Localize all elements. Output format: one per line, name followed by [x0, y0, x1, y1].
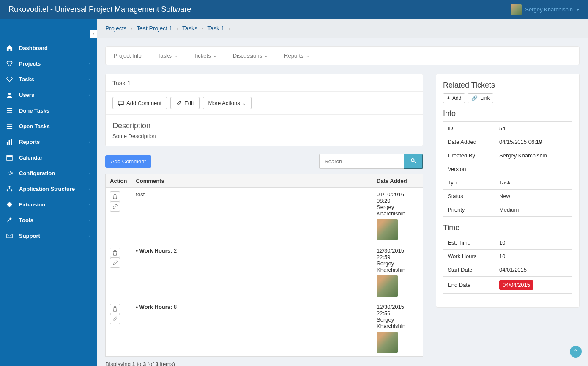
info-key: Priority	[443, 203, 495, 217]
edit-button[interactable]	[110, 201, 120, 212]
more-actions-button[interactable]: More Actions⌄	[203, 97, 252, 109]
chevron-left-icon: ‹	[89, 202, 90, 207]
envelope-icon	[6, 233, 16, 239]
sidebar-item-support[interactable]: Support‹	[0, 228, 97, 244]
time-title: Time	[443, 223, 572, 232]
comments-table: Action Comments Date Added test 01/10/20…	[105, 174, 423, 357]
breadcrumb-link[interactable]: Tasks	[182, 25, 197, 32]
sidebar-item-tasks[interactable]: Tasks‹	[0, 72, 97, 87]
gear-icon	[6, 170, 16, 176]
app-title: Rukovoditel - Universal Project Manageme…	[8, 5, 191, 14]
related-link-button[interactable]: 🔗 Link	[468, 93, 493, 103]
breadcrumb-link[interactable]: Projects	[105, 25, 127, 32]
breadcrumb-link[interactable]: Task 1	[207, 25, 224, 32]
time-value: 10	[495, 236, 572, 250]
description-text: Some Description	[112, 133, 416, 139]
tab-project-info[interactable]: Project Info	[112, 47, 143, 65]
pager: Displaying 1 to 3 (of 3 items)	[105, 361, 423, 366]
sidebar-item-dashboard[interactable]: Dashboard	[0, 40, 97, 56]
sidebar-item-users[interactable]: Users‹	[0, 87, 97, 103]
chevron-left-icon: ‹	[89, 234, 90, 238]
delete-button[interactable]	[110, 248, 120, 258]
info-key: Created By	[443, 149, 495, 162]
breadcrumb-link[interactable]: Test Project 1	[137, 25, 172, 32]
table-row: • Work Hours: 2 12/30/2015 22:59Sergey K…	[106, 244, 423, 300]
table-row: Version	[443, 162, 572, 176]
time-key: Est. Time	[443, 236, 495, 250]
chevron-down-icon: ⌄	[174, 54, 178, 58]
avatar	[511, 4, 522, 15]
sidebar-item-extension[interactable]: Extension‹	[0, 197, 97, 212]
home-icon	[6, 45, 16, 51]
table-row: StatusNew	[443, 190, 572, 203]
task-panel: Task 1 Add Comment Edit More Actions⌄ De…	[105, 74, 423, 146]
search-button[interactable]	[404, 154, 423, 169]
tab-nav: Project Info Tasks⌄ Tickets⌄ Discussions…	[105, 46, 580, 65]
delete-button[interactable]	[110, 304, 120, 314]
task-title: Task 1	[106, 74, 423, 92]
search-icon	[410, 158, 416, 164]
info-key: ID	[443, 122, 495, 135]
user-name: Sergey Kharchishin	[525, 6, 573, 13]
task-actions: Add Comment Edit More Actions⌄	[106, 92, 423, 115]
table-row: End Date04/04/2015	[443, 277, 572, 294]
diamond-icon	[6, 76, 16, 83]
add-comment-primary-button[interactable]: Add Comment	[105, 155, 151, 168]
calendar-icon	[6, 154, 16, 161]
sidebar-item-tools[interactable]: Tools‹	[0, 212, 97, 228]
user-menu[interactable]: Sergey Kharchishin	[511, 4, 580, 15]
date-cell: 12/30/2015 22:56Sergey Kharchishin	[372, 300, 423, 357]
edit-button[interactable]: Edit	[170, 97, 199, 109]
sidebar-item-calendar[interactable]: Calendar	[0, 150, 97, 165]
delete-button[interactable]	[110, 191, 120, 201]
sidebar-item-configuration[interactable]: Configuration‹	[0, 165, 97, 181]
info-title: Info	[443, 109, 572, 118]
sidebar-item-app-structure[interactable]: Application Structure‹	[0, 181, 97, 197]
diamond-icon	[6, 61, 16, 67]
info-key: Status	[443, 190, 495, 203]
search-input[interactable]	[319, 154, 404, 169]
tab-discussions[interactable]: Discussions⌄	[231, 47, 270, 65]
info-key: Type	[443, 176, 495, 190]
tab-reports[interactable]: Reports⌄	[282, 47, 311, 65]
related-add-button[interactable]: + Add	[443, 93, 465, 103]
chevron-up-icon: ⌃	[574, 349, 578, 355]
sidebar-collapse-button[interactable]: ‹	[90, 30, 97, 38]
tab-tasks[interactable]: Tasks⌄	[156, 47, 179, 65]
svg-rect-5	[7, 126, 12, 127]
description-heading: Description	[112, 121, 416, 130]
add-comment-button[interactable]: Add Comment	[112, 97, 167, 109]
edit-button[interactable]	[110, 258, 120, 268]
edit-button[interactable]	[110, 314, 120, 324]
search-form	[319, 154, 423, 169]
main-content: Projects› Test Project 1› Tasks› Task 1›…	[97, 19, 588, 366]
header: Rukovoditel - Universal Project Manageme…	[0, 0, 588, 19]
sitemap-icon	[6, 186, 16, 192]
link-icon: 🔗	[471, 95, 478, 101]
list-icon	[6, 123, 16, 129]
table-row: ID54	[443, 122, 572, 135]
svg-rect-11	[7, 156, 12, 157]
info-key: Date Added	[443, 135, 495, 149]
sidebar-item-open-tasks[interactable]: Open Tasks	[0, 118, 97, 134]
tab-tickets[interactable]: Tickets⌄	[192, 47, 219, 65]
svg-rect-2	[7, 110, 12, 111]
chevron-right-icon: ›	[229, 26, 230, 31]
avatar	[377, 275, 398, 297]
puzzle-icon	[6, 201, 16, 208]
sidebar-item-projects[interactable]: Projects‹	[0, 56, 97, 72]
chevron-left-icon: ‹	[89, 218, 90, 223]
scroll-top-button[interactable]: ⌃	[570, 346, 582, 358]
info-value: New	[495, 190, 572, 203]
user-icon	[6, 92, 16, 98]
info-value: Task	[495, 176, 572, 190]
breadcrumb: Projects› Test Project 1› Tasks› Task 1›	[97, 19, 588, 38]
time-value: 04/04/2015	[495, 277, 572, 294]
time-table: Est. Time10Work Hours10Start Date04/01/2…	[443, 236, 572, 294]
col-date: Date Added	[372, 174, 423, 188]
chevron-left-icon: ‹	[89, 171, 90, 176]
chevron-left-icon: ‹	[89, 187, 90, 191]
sidebar-item-reports[interactable]: Reports‹	[0, 134, 97, 150]
comment-cell: • Work Hours: 8	[131, 300, 372, 357]
sidebar-item-done-tasks[interactable]: Done Tasks	[0, 103, 97, 118]
